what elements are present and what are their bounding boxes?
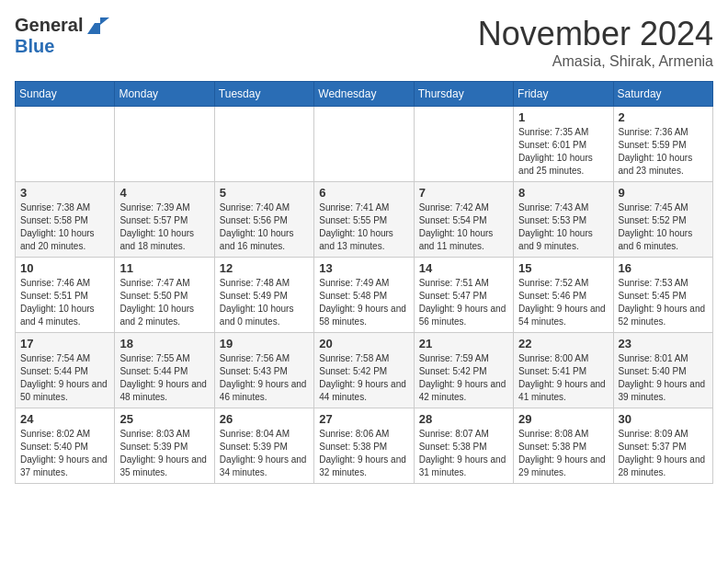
- day-number: 29: [518, 412, 608, 426]
- calendar-cell: [214, 107, 313, 182]
- calendar-cell: 20Sunrise: 7:58 AM Sunset: 5:42 PM Dayli…: [314, 333, 414, 408]
- calendar-cell: 24Sunrise: 8:02 AM Sunset: 5:40 PM Dayli…: [16, 408, 115, 484]
- calendar-cell: 3Sunrise: 7:38 AM Sunset: 5:58 PM Daylig…: [16, 182, 115, 258]
- day-number: 13: [319, 261, 408, 275]
- calendar-cell: 13Sunrise: 7:49 AM Sunset: 5:48 PM Dayli…: [314, 258, 414, 333]
- svg-marker-0: [87, 17, 109, 34]
- day-number: 14: [419, 261, 508, 275]
- logo-general-text: General: [15, 15, 83, 36]
- calendar-cell: 18Sunrise: 7:55 AM Sunset: 5:44 PM Dayli…: [115, 333, 214, 408]
- weekday-header: Wednesday: [314, 82, 414, 107]
- day-info: Sunrise: 7:52 AM Sunset: 5:46 PM Dayligh…: [518, 277, 608, 328]
- day-number: 2: [619, 110, 708, 124]
- day-info: Sunrise: 7:53 AM Sunset: 5:45 PM Dayligh…: [619, 277, 708, 328]
- weekday-header: Sunday: [16, 82, 115, 107]
- day-info: Sunrise: 8:07 AM Sunset: 5:38 PM Dayligh…: [419, 428, 508, 479]
- day-info: Sunrise: 7:58 AM Sunset: 5:42 PM Dayligh…: [319, 352, 408, 404]
- calendar-cell: 22Sunrise: 8:00 AM Sunset: 5:41 PM Dayli…: [514, 333, 613, 408]
- calendar-cell: 4Sunrise: 7:39 AM Sunset: 5:57 PM Daylig…: [115, 182, 214, 258]
- calendar-week-row: 17Sunrise: 7:54 AM Sunset: 5:44 PM Dayli…: [16, 333, 713, 408]
- calendar-cell: 9Sunrise: 7:45 AM Sunset: 5:52 PM Daylig…: [613, 182, 712, 258]
- calendar-cell: 16Sunrise: 7:53 AM Sunset: 5:45 PM Dayli…: [613, 258, 712, 333]
- day-number: 18: [119, 337, 209, 350]
- calendar-cell: [414, 107, 513, 182]
- calendar-cell: 29Sunrise: 8:08 AM Sunset: 5:38 PM Dayli…: [514, 408, 613, 484]
- calendar-cell: 17Sunrise: 7:54 AM Sunset: 5:44 PM Dayli…: [16, 333, 115, 408]
- calendar-week-row: 10Sunrise: 7:46 AM Sunset: 5:51 PM Dayli…: [16, 258, 713, 333]
- day-number: 26: [220, 412, 309, 426]
- day-info: Sunrise: 7:51 AM Sunset: 5:47 PM Dayligh…: [419, 277, 508, 328]
- calendar-week-row: 24Sunrise: 8:02 AM Sunset: 5:40 PM Dayli…: [16, 408, 713, 484]
- calendar-cell: 14Sunrise: 7:51 AM Sunset: 5:47 PM Dayli…: [414, 258, 513, 333]
- month-title: November 2024: [478, 15, 713, 53]
- day-number: 12: [220, 261, 309, 275]
- day-number: 22: [518, 337, 608, 350]
- day-info: Sunrise: 7:42 AM Sunset: 5:54 PM Dayligh…: [419, 201, 508, 253]
- calendar-cell: 11Sunrise: 7:47 AM Sunset: 5:50 PM Dayli…: [115, 258, 214, 333]
- page-header: General Blue November 2024 Amasia, Shira…: [15, 15, 713, 70]
- weekday-header: Tuesday: [214, 82, 313, 107]
- calendar-cell: 25Sunrise: 8:03 AM Sunset: 5:39 PM Dayli…: [115, 408, 214, 484]
- day-info: Sunrise: 7:45 AM Sunset: 5:52 PM Dayligh…: [619, 201, 708, 253]
- day-info: Sunrise: 7:59 AM Sunset: 5:42 PM Dayligh…: [419, 352, 508, 404]
- weekday-header: Saturday: [613, 82, 712, 107]
- weekday-header: Thursday: [414, 82, 513, 107]
- day-number: 9: [619, 186, 708, 200]
- logo-icon: [87, 17, 109, 34]
- day-number: 10: [20, 261, 109, 275]
- calendar-cell: 12Sunrise: 7:48 AM Sunset: 5:49 PM Dayli…: [214, 258, 313, 333]
- calendar-cell: [16, 107, 115, 182]
- day-number: 15: [518, 261, 608, 275]
- day-info: Sunrise: 7:41 AM Sunset: 5:55 PM Dayligh…: [319, 201, 408, 253]
- day-info: Sunrise: 7:43 AM Sunset: 5:53 PM Dayligh…: [518, 201, 608, 253]
- calendar-cell: 27Sunrise: 8:06 AM Sunset: 5:38 PM Dayli…: [314, 408, 414, 484]
- day-number: 4: [119, 186, 209, 200]
- day-info: Sunrise: 7:38 AM Sunset: 5:58 PM Dayligh…: [20, 201, 109, 253]
- day-info: Sunrise: 7:47 AM Sunset: 5:50 PM Dayligh…: [119, 277, 209, 328]
- day-number: 11: [119, 261, 209, 275]
- day-info: Sunrise: 8:03 AM Sunset: 5:39 PM Dayligh…: [119, 428, 209, 479]
- calendar-cell: [314, 107, 414, 182]
- day-info: Sunrise: 8:04 AM Sunset: 5:39 PM Dayligh…: [220, 428, 309, 479]
- weekday-header: Monday: [115, 82, 214, 107]
- calendar-cell: 15Sunrise: 7:52 AM Sunset: 5:46 PM Dayli…: [514, 258, 613, 333]
- calendar-cell: 8Sunrise: 7:43 AM Sunset: 5:53 PM Daylig…: [514, 182, 613, 258]
- calendar-cell: 10Sunrise: 7:46 AM Sunset: 5:51 PM Dayli…: [16, 258, 115, 333]
- day-number: 3: [20, 186, 109, 200]
- day-number: 30: [619, 412, 708, 426]
- day-number: 28: [419, 412, 508, 426]
- calendar-cell: 30Sunrise: 8:09 AM Sunset: 5:37 PM Dayli…: [613, 408, 712, 484]
- logo: General Blue: [15, 15, 109, 57]
- calendar-cell: 21Sunrise: 7:59 AM Sunset: 5:42 PM Dayli…: [414, 333, 513, 408]
- calendar-cell: 5Sunrise: 7:40 AM Sunset: 5:56 PM Daylig…: [214, 182, 313, 258]
- day-info: Sunrise: 7:35 AM Sunset: 6:01 PM Dayligh…: [518, 126, 608, 178]
- day-number: 27: [319, 412, 408, 426]
- day-info: Sunrise: 7:55 AM Sunset: 5:44 PM Dayligh…: [119, 352, 209, 404]
- day-info: Sunrise: 7:36 AM Sunset: 5:59 PM Dayligh…: [619, 126, 708, 178]
- day-info: Sunrise: 7:49 AM Sunset: 5:48 PM Dayligh…: [319, 277, 408, 328]
- day-number: 16: [619, 261, 708, 275]
- day-number: 23: [619, 337, 708, 350]
- day-info: Sunrise: 8:02 AM Sunset: 5:40 PM Dayligh…: [20, 428, 109, 479]
- day-number: 17: [20, 337, 109, 350]
- location: Amasia, Shirak, Armenia: [478, 53, 713, 70]
- calendar-cell: 2Sunrise: 7:36 AM Sunset: 5:59 PM Daylig…: [613, 107, 712, 182]
- day-number: 8: [518, 186, 608, 200]
- calendar-cell: 1Sunrise: 7:35 AM Sunset: 6:01 PM Daylig…: [514, 107, 613, 182]
- day-number: 20: [319, 337, 408, 350]
- day-info: Sunrise: 8:01 AM Sunset: 5:40 PM Dayligh…: [619, 352, 708, 404]
- day-info: Sunrise: 8:08 AM Sunset: 5:38 PM Dayligh…: [518, 428, 608, 479]
- day-info: Sunrise: 7:48 AM Sunset: 5:49 PM Dayligh…: [220, 277, 309, 328]
- day-number: 5: [220, 186, 309, 200]
- calendar-cell: [115, 107, 214, 182]
- day-number: 7: [419, 186, 508, 200]
- calendar-cell: 28Sunrise: 8:07 AM Sunset: 5:38 PM Dayli…: [414, 408, 513, 484]
- calendar-week-row: 1Sunrise: 7:35 AM Sunset: 6:01 PM Daylig…: [16, 107, 713, 182]
- calendar-cell: 6Sunrise: 7:41 AM Sunset: 5:55 PM Daylig…: [314, 182, 414, 258]
- day-number: 21: [419, 337, 508, 350]
- logo-blue-text: Blue: [15, 36, 54, 57]
- day-info: Sunrise: 7:46 AM Sunset: 5:51 PM Dayligh…: [20, 277, 109, 328]
- calendar-cell: 26Sunrise: 8:04 AM Sunset: 5:39 PM Dayli…: [214, 408, 313, 484]
- day-info: Sunrise: 8:09 AM Sunset: 5:37 PM Dayligh…: [619, 428, 708, 479]
- day-number: 25: [119, 412, 209, 426]
